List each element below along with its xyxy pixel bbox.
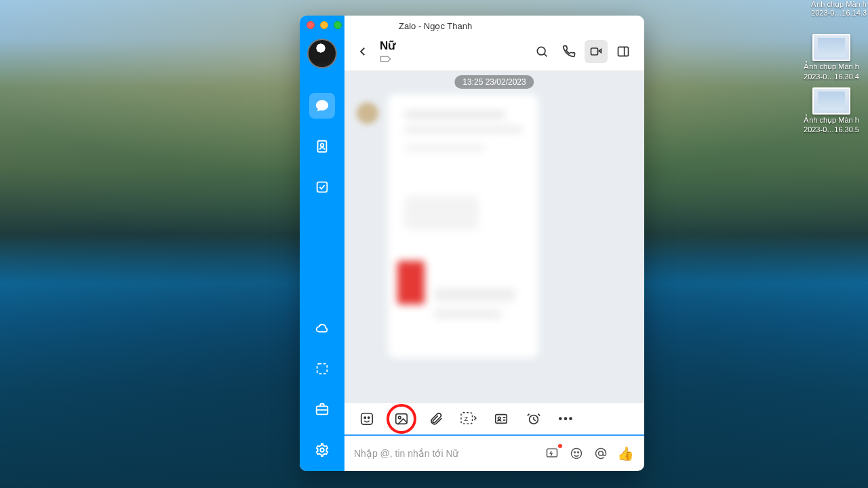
check-square-icon <box>315 180 330 195</box>
panel-toggle-button[interactable] <box>612 40 635 63</box>
phone-icon <box>562 45 576 58</box>
contact-name: Nữ <box>380 39 395 53</box>
desktop-icon-label: Ảnh chụp Màn h 2023-0…16.14.3 <box>811 0 867 17</box>
svg-rect-2 <box>317 182 328 192</box>
sidebar-contacts-button[interactable] <box>309 134 335 159</box>
chevron-left-icon <box>357 45 369 58</box>
search-icon <box>535 45 549 58</box>
sidebar-settings-button[interactable] <box>309 437 335 463</box>
sidebar-todo-button[interactable] <box>309 174 335 200</box>
svg-rect-3 <box>317 364 328 374</box>
minimize-window-button[interactable] <box>320 21 328 29</box>
chat-pane: Zalo - Ngọc Thanh Nữ <box>344 16 644 471</box>
svg-rect-9 <box>361 413 373 424</box>
desktop-wallpaper: Ảnh chụp Màn h 2023-0…16.14.3 Ảnh chụp M… <box>0 0 868 488</box>
svg-text:Z: Z <box>465 415 469 422</box>
smile-icon <box>570 447 583 460</box>
screenshot-thumbnail-icon <box>812 87 850 115</box>
id-card-icon <box>493 411 509 426</box>
desktop-icon-sublabel: 2023-0…16.30.4 <box>804 73 859 81</box>
app-sidebar <box>300 16 344 471</box>
image-button[interactable] <box>389 407 414 431</box>
sidebar-panel-icon <box>616 45 630 58</box>
contacts-icon <box>315 139 330 154</box>
chat-header: Nữ <box>344 32 644 71</box>
desktop-icon-sublabel: 2023-0…16.30.5 <box>804 125 859 134</box>
search-button[interactable] <box>530 40 553 63</box>
svg-point-13 <box>398 416 401 419</box>
sidebar-briefcase-button[interactable] <box>309 396 335 422</box>
svg-point-11 <box>368 417 370 418</box>
svg-rect-16 <box>496 414 507 423</box>
svg-rect-7 <box>591 48 598 55</box>
chat-messages-area[interactable]: 13:25 23/02/2023 <box>344 71 644 402</box>
message-sender-avatar <box>357 102 378 124</box>
screenshot-button[interactable]: Z <box>458 409 479 429</box>
voice-call-button[interactable] <box>557 40 580 63</box>
capture-icon <box>315 361 330 376</box>
reminder-button[interactable] <box>524 409 544 429</box>
desktop-icon-label: Ảnh chụp Màn h <box>804 62 859 71</box>
svg-point-21 <box>574 452 576 453</box>
svg-rect-19 <box>547 449 557 457</box>
composer-toolbar: Z ••• <box>344 402 644 434</box>
message-input[interactable] <box>354 448 537 459</box>
desktop-file-icon[interactable]: Ảnh chụp Màn h 2023-0…16.30.5 <box>797 87 865 134</box>
contact-card-button[interactable] <box>491 409 511 429</box>
zalo-app-window: Zalo - Ngọc Thanh Nữ <box>300 16 644 471</box>
chat-timestamp: 13:25 23/02/2023 <box>454 75 534 89</box>
window-controls <box>307 21 342 29</box>
sidebar-cloud-button[interactable] <box>309 315 335 341</box>
svg-point-1 <box>321 144 324 147</box>
back-button[interactable] <box>354 43 372 60</box>
image-icon <box>394 411 409 426</box>
gear-icon <box>315 443 330 458</box>
message-composer: 👍 <box>344 434 644 471</box>
svg-point-10 <box>364 417 366 418</box>
pdf-file-icon <box>397 261 425 304</box>
svg-rect-12 <box>396 413 408 424</box>
sidebar-chat-button[interactable] <box>309 93 335 119</box>
svg-rect-8 <box>618 47 629 56</box>
attachment-button[interactable] <box>426 409 446 429</box>
briefcase-icon <box>315 402 330 417</box>
tag-icon[interactable] <box>380 54 395 64</box>
close-window-button[interactable] <box>307 21 315 29</box>
more-icon: ••• <box>559 413 574 425</box>
svg-point-23 <box>599 451 604 456</box>
svg-point-6 <box>537 47 545 55</box>
emoji-button[interactable] <box>567 444 586 463</box>
capture-z-icon: Z <box>460 411 477 426</box>
alarm-icon <box>526 411 541 426</box>
sticker-icon <box>359 411 374 426</box>
like-button[interactable]: 👍 <box>616 444 635 463</box>
message-bubble[interactable] <box>388 94 538 359</box>
fullscreen-window-button[interactable] <box>334 21 342 29</box>
more-button[interactable]: ••• <box>556 409 576 429</box>
quick-reply-button[interactable] <box>542 444 561 463</box>
label-icon <box>380 54 392 64</box>
video-icon <box>589 45 603 58</box>
paperclip-icon <box>429 411 443 426</box>
video-call-button[interactable] <box>585 40 608 63</box>
thumbs-up-icon: 👍 <box>617 445 634 462</box>
desktop-file-icon[interactable]: Ảnh chụp Màn h 2023-0…16.30.4 <box>797 34 865 81</box>
sticker-button[interactable] <box>357 409 377 429</box>
svg-point-20 <box>572 449 582 459</box>
lightning-chat-icon <box>545 447 559 460</box>
chat-icon <box>315 98 330 113</box>
cloud-icon <box>315 321 330 336</box>
svg-point-22 <box>578 452 579 453</box>
desktop-icon-label: Ảnh chụp Màn h <box>804 116 859 125</box>
svg-point-17 <box>498 417 500 420</box>
screenshot-thumbnail-icon <box>812 34 850 61</box>
svg-point-5 <box>320 448 324 452</box>
mention-button[interactable] <box>591 444 610 463</box>
sidebar-screenshot-button[interactable] <box>309 356 335 382</box>
at-icon <box>594 447 608 460</box>
window-title: Zalo - Ngọc Thanh <box>344 21 644 31</box>
user-avatar[interactable] <box>307 39 337 68</box>
